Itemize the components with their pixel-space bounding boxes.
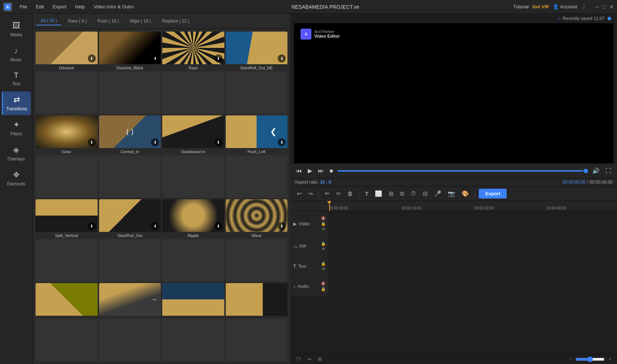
audio-track-icon: ♪ <box>293 284 295 289</box>
download-slantroll-ne[interactable]: ⬇ <box>278 54 286 62</box>
transition-row4-3[interactable] <box>162 283 224 361</box>
sidebar: 🖼 Media ♪ Music T Text ⇄ Transitions ✦ F… <box>0 14 33 364</box>
edit-button[interactable]: ✏ <box>323 189 332 199</box>
transition-row4-1[interactable] <box>36 283 98 361</box>
undo-button[interactable]: ↩ <box>295 189 304 199</box>
transition-dissolve[interactable]: ⬇ Dissolve <box>36 32 98 114</box>
camera-button[interactable]: 📷 <box>446 189 457 199</box>
recently-saved: ✓ Recently saved 11:07 <box>290 14 617 23</box>
export-button[interactable]: Export <box>479 189 507 199</box>
zoom-out-button[interactable]: − <box>568 356 574 363</box>
shield-button[interactable]: 🛡 <box>295 356 302 363</box>
transition-slantroll-ne[interactable]: ⬇ SlantRoll_Out_NE <box>226 32 288 114</box>
tab-wipe[interactable]: Wipe ( 19 ) <box>125 17 155 25</box>
transition-row4-2[interactable]: → <box>99 283 161 361</box>
video-mute-button[interactable]: 🔇 <box>321 216 326 221</box>
transition-label-slantroll-ne: SlantRoll_Out_NE <box>226 64 288 71</box>
more-options-button[interactable]: ⋮ <box>581 3 587 11</box>
download-wave[interactable]: ⬇ <box>278 222 286 230</box>
text-lock-button[interactable]: 🔒 <box>321 261 326 266</box>
download-rays[interactable]: ⬇ <box>214 54 222 62</box>
text-track-icon: T <box>293 264 296 269</box>
transition-dashboard[interactable]: ⬇ Dashboard In <box>162 115 224 198</box>
text-tool-button[interactable]: T <box>363 189 371 198</box>
play-button[interactable]: ▶ <box>306 167 314 175</box>
transition-wave[interactable]: ⬇ Wave <box>226 199 288 282</box>
transition-split-vertical[interactable]: ⬇ Split_Vertical <box>36 199 98 282</box>
audio-mute-button[interactable]: 🔇 <box>321 281 326 286</box>
sidebar-item-transitions[interactable]: ⇄ Transitions <box>2 91 31 115</box>
getvip-button[interactable]: Get VIP <box>532 4 549 9</box>
tab-replace[interactable]: Replace ( 22 ) <box>158 17 193 25</box>
crop-button[interactable]: ⬜ <box>373 189 384 199</box>
media-icon: 🖼 <box>12 21 20 30</box>
zoom-slider[interactable] <box>576 356 605 362</box>
transition-central-in[interactable]: ⟨ ⟩ ⬇ Central_In <box>99 115 161 198</box>
rewind-button[interactable]: ⏮ <box>295 167 303 175</box>
pip-lock-button[interactable]: 🔒 <box>321 241 326 246</box>
menu-video-intro[interactable]: Video Intro & Outro <box>90 3 138 11</box>
sidebar-label-filters: Filters <box>10 131 22 136</box>
text-eye-button[interactable]: 👁 <box>321 267 326 271</box>
account-button[interactable]: 👤 Account <box>553 4 577 9</box>
cut-button[interactable]: ✂ <box>334 189 343 199</box>
sidebar-item-media[interactable]: 🖼 Media <box>2 17 31 41</box>
transition-slantroll-out[interactable]: ⬇ SlantRoll_Out <box>99 199 161 282</box>
download-central[interactable]: ⬇ <box>151 138 159 146</box>
progress-thumb[interactable] <box>584 169 588 173</box>
ruler-line-2 <box>474 206 475 211</box>
download-dissolve-black[interactable]: ⬇ <box>151 54 159 62</box>
saved-check-icon: ✓ <box>557 16 561 21</box>
transition-ripple[interactable]: ⬇ Ripple <box>162 199 224 282</box>
tab-all[interactable]: All ( 59 ) <box>36 17 61 25</box>
fit-timeline-button[interactable]: ⇔ <box>306 356 313 363</box>
redo-button[interactable]: ↪ <box>306 189 315 199</box>
transition-glow[interactable]: ⬇ Glow <box>36 115 98 198</box>
tab-push[interactable]: Push ( 18 ) <box>93 17 123 25</box>
transition-rays[interactable]: ⬇ Rays <box>162 32 224 114</box>
menu-export[interactable]: Export <box>49 3 70 11</box>
menu-edit[interactable]: Edit <box>32 3 48 11</box>
sidebar-item-music[interactable]: ♪ Music <box>2 42 31 66</box>
stop-button[interactable]: ■ <box>328 167 335 175</box>
menu-file[interactable]: File <box>16 3 31 11</box>
menu-help[interactable]: Help <box>71 3 89 11</box>
video-lock-button[interactable]: 🔒 <box>321 221 326 226</box>
download-push-left[interactable]: ⬇ <box>278 138 286 146</box>
sidebar-item-filters[interactable]: ✦ Filters <box>2 116 31 140</box>
download-ripple[interactable]: ⬇ <box>214 222 222 230</box>
download-dissolve[interactable]: ⬇ <box>88 54 96 62</box>
video-eye-button[interactable]: 👁 <box>321 227 326 232</box>
sidebar-item-elements[interactable]: ❖ Elements <box>2 167 31 190</box>
zoom-in-button[interactable]: + <box>607 356 613 363</box>
step-forward-button[interactable]: ⏭ <box>316 167 325 175</box>
volume-button[interactable]: 🔊 <box>591 167 601 175</box>
transition-dissolve-black[interactable]: ⬇ Dissolve_Black <box>99 32 161 114</box>
download-dashboard[interactable]: ⬇ <box>214 138 222 146</box>
voiceover-button[interactable]: 🎤 <box>432 189 444 199</box>
playhead[interactable] <box>329 201 330 211</box>
fit-window-button[interactable]: ⊞ <box>316 356 323 363</box>
close-button[interactable]: ✕ <box>609 4 614 9</box>
fullscreen-button[interactable]: ⛶ <box>604 167 613 175</box>
delete-button[interactable]: 🗑 <box>345 189 355 199</box>
tutorial-button[interactable]: Tutorial <box>513 4 529 9</box>
download-glow[interactable]: ⬇ <box>88 138 96 146</box>
pip-eye-button[interactable]: 👁 <box>321 247 326 251</box>
detach-button[interactable]: ⊟ <box>421 189 430 199</box>
fit-button[interactable]: ⊞ <box>387 189 396 199</box>
download-slantroll-out[interactable]: ⬇ <box>151 222 159 230</box>
progress-bar[interactable] <box>338 170 588 172</box>
speed-button[interactable]: ⏱ <box>408 189 418 199</box>
transition-push-left[interactable]: ❮ ⬇ Push_Left <box>226 115 288 198</box>
transition-row4-4[interactable] <box>226 283 288 361</box>
arrange-button[interactable]: ⧉ <box>398 189 406 199</box>
sidebar-item-overlays[interactable]: ◈ Overlays <box>2 142 31 165</box>
sidebar-item-text[interactable]: T Text <box>2 68 31 90</box>
tab-save[interactable]: Save ( 0 ) <box>64 17 91 25</box>
minimize-button[interactable]: ─ <box>594 4 600 9</box>
color-button[interactable]: 🎨 <box>459 189 471 199</box>
download-split-vertical[interactable]: ⬇ <box>88 222 96 230</box>
audio-lock-button[interactable]: 🔒 <box>321 287 326 291</box>
maximize-button[interactable]: □ <box>602 4 607 9</box>
